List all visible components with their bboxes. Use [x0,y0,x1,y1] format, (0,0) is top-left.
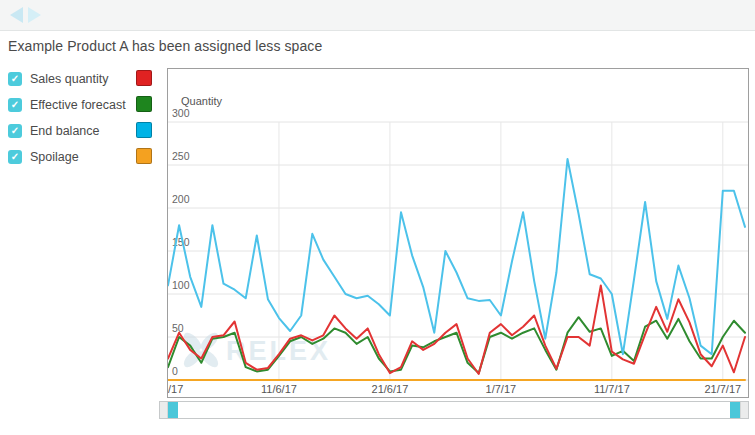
svg-text:200: 200 [172,193,190,205]
svg-text:0: 0 [172,365,178,377]
svg-text:21/7/17: 21/7/17 [704,383,741,395]
scrollbar-right-handle[interactable] [730,402,740,418]
legend-label: Sales quantity [30,72,109,86]
next-arrow-icon[interactable] [28,7,41,23]
checkbox-checked-icon[interactable]: ✓ [8,72,22,86]
svg-text:300: 300 [172,107,190,119]
chart-legend: ✓ Sales quantity ✓ Effective forecast ✓ … [8,66,163,170]
legend-item-spoilage[interactable]: ✓ Spoilage [8,144,163,170]
scrollbar-track-right[interactable] [740,402,748,418]
checkbox-checked-icon[interactable]: ✓ [8,124,22,138]
chart-scrollbar[interactable] [159,401,749,419]
legend-label: End balance [30,124,100,138]
color-swatch-effective-forecast [136,96,152,112]
legend-item-sales-quantity[interactable]: ✓ Sales quantity [8,66,163,92]
scrollbar-range[interactable] [178,402,730,418]
scrollbar-track-left[interactable] [160,402,168,418]
chart-canvas[interactable]: 050100150200250300Quantity1/6/1711/6/172… [168,69,748,397]
legend-label: Spoilage [30,150,79,164]
legend-item-effective-forecast[interactable]: ✓ Effective forecast [8,92,163,118]
legend-item-end-balance[interactable]: ✓ End balance [8,118,163,144]
prev-arrow-icon[interactable] [10,7,23,23]
scrollbar-left-handle[interactable] [168,402,178,418]
toolbar [0,0,755,31]
color-swatch-spoilage [136,148,152,164]
chart-area: 050100150200250300Quantity1/6/1711/6/172… [167,68,749,398]
svg-text:Quantity: Quantity [181,95,222,107]
nav-arrows [10,7,41,23]
svg-text:50: 50 [172,322,184,334]
page-title: Example Product A has been assigned less… [8,38,322,54]
checkbox-checked-icon[interactable]: ✓ [8,150,22,164]
svg-text:1/6/17: 1/6/17 [168,383,183,395]
svg-text:21/6/17: 21/6/17 [372,383,409,395]
svg-text:11/6/17: 11/6/17 [261,383,297,395]
color-swatch-end-balance [136,122,152,138]
svg-text:100: 100 [172,279,190,291]
legend-label: Effective forecast [30,98,126,112]
svg-text:250: 250 [172,150,190,162]
svg-text:1/7/17: 1/7/17 [486,383,517,395]
checkbox-checked-icon[interactable]: ✓ [8,98,22,112]
svg-text:11/7/17: 11/7/17 [594,383,630,395]
color-swatch-sales-quantity [136,70,152,86]
